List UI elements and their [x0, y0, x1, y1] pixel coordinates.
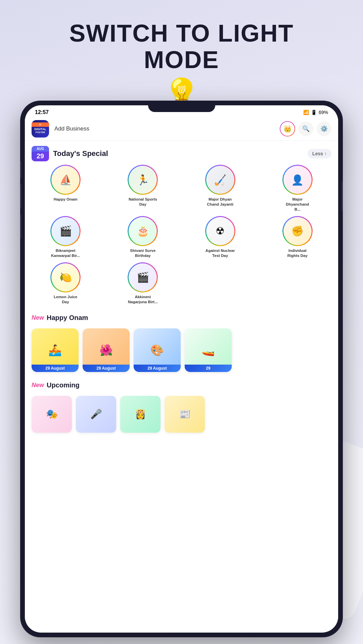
event-card-date: 29 August: [32, 365, 79, 372]
happy-onam-title: Happy Onam: [47, 314, 88, 322]
item-label: Akkineni Nagarjuna Birt...: [128, 294, 158, 305]
app-header: D DIGITAL POSTER Add Business 👑 🔍 ⚙️: [25, 117, 338, 141]
event-card-date: 29 August: [83, 365, 130, 372]
volume-down-button[interactable]: [20, 215, 21, 238]
upcoming-section: New Upcoming: [25, 377, 338, 396]
grid-item[interactable]: 🎬 Bikramjeet Kanwarpal Bir...: [29, 216, 102, 258]
date-day: 29: [34, 152, 46, 160]
grid-item[interactable]: 🏃 National Sports Day: [106, 165, 179, 212]
battery-text: 69%: [319, 110, 328, 115]
item-label: Major Dhyanchand B...: [282, 197, 313, 212]
section-title-group: AUG 29 Today's Special: [32, 146, 108, 161]
upcoming-cards: 🎭🎤👸📰: [25, 396, 338, 438]
phone-screen: 12:57 📶 📱 69% D DIGITAL POSTER Add Busin…: [25, 105, 338, 633]
item-label: Bikramjeet Kanwarpal Bir...: [50, 248, 81, 258]
upcoming-title: Upcoming: [47, 381, 80, 389]
grid-item[interactable]: ⛵ Happy Onam: [29, 165, 102, 212]
scroll-content[interactable]: AUG 29 Today's Special Less ↑ ⛵ Happy On…: [25, 141, 338, 628]
settings-icon: ⚙️: [320, 125, 328, 132]
phone-notch: [148, 101, 215, 112]
less-button[interactable]: Less ↑: [308, 149, 331, 158]
upcoming-card[interactable]: 🎤: [76, 396, 116, 433]
header-actions: 👑 🔍 ⚙️: [280, 121, 331, 137]
item-label: Individual Rights Day: [282, 248, 313, 258]
upcoming-card[interactable]: 👸: [120, 396, 161, 433]
happy-onam-section: New Happy Onam: [25, 310, 338, 328]
crown-icon: 👑: [283, 125, 292, 133]
search-button[interactable]: 🔍: [299, 121, 313, 136]
wifi-icon: 📶: [303, 110, 309, 115]
grid-item[interactable]: ☢ Against Nuclear Test Day: [184, 216, 257, 258]
new-label: New Happy Onam: [32, 314, 331, 322]
date-badge: AUG 29: [32, 146, 49, 161]
volume-up-button[interactable]: [20, 184, 21, 208]
settings-button[interactable]: ⚙️: [317, 121, 331, 136]
event-card-date: 29 August: [134, 365, 181, 372]
todays-special-title: Today's Special: [53, 149, 108, 158]
search-icon: 🔍: [302, 125, 310, 132]
event-card-date: 29: [185, 365, 232, 372]
add-business-button[interactable]: Add Business: [49, 125, 280, 132]
item-label: Against Nuclear Test Day: [205, 248, 235, 258]
upcoming-new-label: New Upcoming: [32, 381, 331, 389]
grid-item[interactable]: 👤 Major Dhyanchand B...: [261, 165, 334, 212]
event-card[interactable]: 🚤 29: [185, 328, 232, 372]
status-icons: 📶 📱 69%: [303, 110, 328, 115]
item-label: Shivani Surve Birthday: [128, 248, 158, 258]
happy-onam-cards: 🚣 29 August 🌺 29 August 🎨 29 August 🚤 29: [25, 328, 338, 377]
app-logo: D DIGITAL POSTER: [32, 120, 49, 138]
grid-item[interactable]: 🍋 Lemon Juice Day: [29, 262, 102, 305]
items-grid: ⛵ Happy Onam 🏃 National Sports Day 🏑 Maj…: [25, 165, 338, 310]
todays-special-header: AUG 29 Today's Special Less ↑: [25, 141, 338, 165]
power-button[interactable]: [342, 181, 343, 211]
upcoming-new-tag: New: [32, 382, 44, 389]
event-card[interactable]: 🎨 29 August: [134, 328, 181, 372]
item-label: Major Dhyan Chand Jayanti: [205, 197, 235, 207]
chevron-up-icon: ↑: [324, 151, 327, 156]
grid-item[interactable]: ✊ Individual Rights Day: [261, 216, 334, 258]
date-month: AUG: [32, 146, 49, 152]
banner-line1: SWITCH TO LIGHT: [0, 20, 363, 47]
upcoming-card-icon: 🎤: [90, 409, 102, 420]
grid-item[interactable]: 🎬 Akkineni Nagarjuna Birt...: [106, 262, 179, 305]
grid-item[interactable]: 🎂 Shivani Surve Birthday: [106, 216, 179, 258]
upcoming-card-icon: 👸: [135, 409, 146, 420]
upcoming-card-icon: 📰: [179, 409, 191, 420]
phone-frame: 12:57 📶 📱 69% D DIGITAL POSTER Add Busin…: [20, 101, 343, 637]
grid-item[interactable]: 🏑 Major Dhyan Chand Jayanti: [184, 165, 257, 212]
volume-mute-button[interactable]: [20, 161, 21, 178]
signal-icon: 📱: [311, 110, 317, 115]
status-time: 12:57: [35, 109, 49, 115]
item-label: Happy Onam: [54, 197, 78, 202]
item-label: Lemon Juice Day: [50, 294, 81, 305]
upcoming-card-icon: 🎭: [46, 409, 58, 420]
event-card[interactable]: 🚣 29 August: [32, 328, 79, 372]
upcoming-card[interactable]: 📰: [165, 396, 205, 433]
upcoming-card[interactable]: 🎭: [32, 396, 72, 433]
new-tag: New: [32, 314, 44, 321]
top-banner: SWITCH TO LIGHT MODE 💡: [0, 20, 363, 112]
banner-line2: MODE: [0, 47, 363, 73]
crown-button[interactable]: 👑: [280, 121, 295, 137]
event-card[interactable]: 🌺 29 August: [83, 328, 130, 372]
item-label: National Sports Day: [128, 197, 158, 207]
